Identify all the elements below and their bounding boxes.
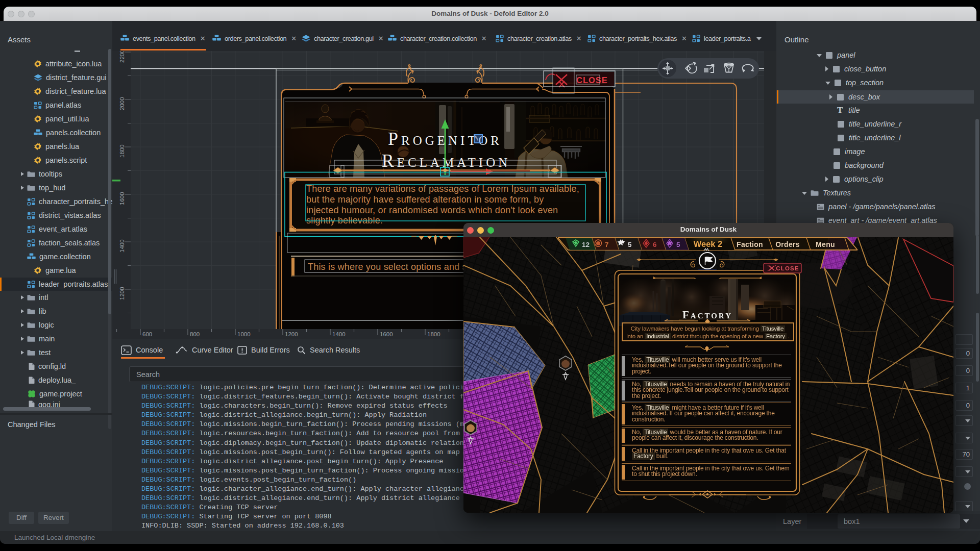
svg-text:5: 5: [628, 241, 632, 248]
svg-text:800: 800: [190, 331, 200, 337]
svg-text:1800: 1800: [119, 144, 125, 158]
svg-text:Week 2: Week 2: [694, 239, 723, 248]
svg-text:12: 12: [582, 241, 590, 248]
svg-text:1400: 1400: [332, 331, 346, 337]
svg-text:7: 7: [605, 241, 609, 248]
svg-text:Faction: Faction: [737, 240, 763, 248]
svg-text:CLOSE: CLOSE: [576, 76, 608, 85]
svg-text:injected humour, or randomised: injected humour, or randomised words whi…: [306, 205, 558, 215]
svg-text:2200: 2200: [119, 51, 125, 63]
svg-text:1800: 1800: [427, 331, 440, 337]
svg-text:This is where you select optio: This is where you select options and s: [308, 262, 467, 272]
svg-text:Reclamation: Reclamation: [382, 151, 511, 171]
svg-text:2000: 2000: [119, 97, 125, 110]
svg-text:1600: 1600: [119, 192, 125, 205]
svg-text:600: 600: [142, 331, 152, 337]
svg-text:but the majority have suffered: but the majority have suffered alteratio…: [306, 194, 544, 205]
svg-text:CLOSE: CLOSE: [776, 265, 799, 271]
svg-text:1200: 1200: [119, 287, 125, 300]
svg-text:1400: 1400: [119, 239, 125, 253]
svg-text:5: 5: [676, 241, 680, 248]
svg-text:1000: 1000: [237, 331, 251, 337]
svg-text:1600: 1600: [380, 331, 393, 337]
svg-text:slightly believable.: slightly believable.: [306, 215, 383, 226]
svg-text:1200: 1200: [285, 331, 298, 337]
svg-text:6: 6: [653, 241, 657, 248]
svg-text:Orders: Orders: [775, 240, 800, 248]
svg-text:There are many variations of p: There are many variations of passages of…: [306, 184, 579, 194]
svg-text:Menu: Menu: [816, 240, 835, 248]
